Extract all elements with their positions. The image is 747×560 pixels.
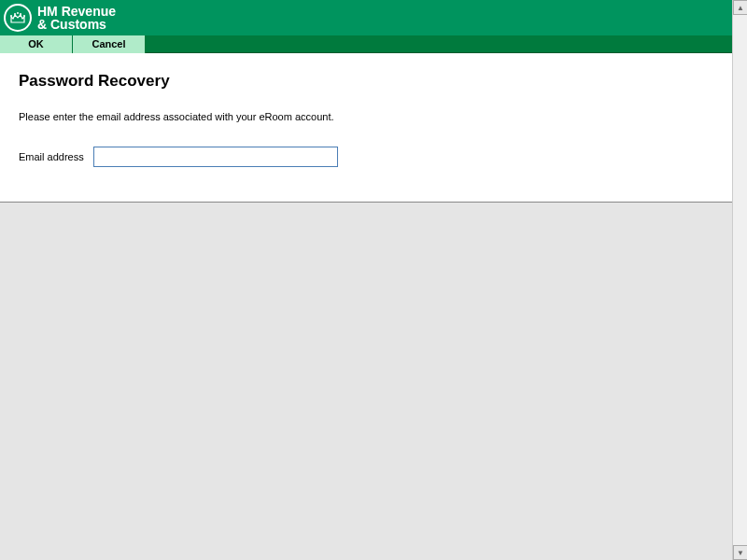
svg-point-0 <box>10 15 12 17</box>
content-panel: Password Recovery Please enter the email… <box>0 53 732 203</box>
email-label: Email address <box>19 151 84 162</box>
action-bar: OK Cancel <box>0 35 732 53</box>
ok-button[interactable]: OK <box>0 35 73 53</box>
svg-point-2 <box>17 12 19 14</box>
vertical-scrollbar[interactable]: ▲ ▼ <box>732 0 747 560</box>
header-banner: HM Revenue & Customs <box>0 0 732 35</box>
org-name-line1: HM Revenue <box>37 5 116 18</box>
email-form-row: Email address <box>19 147 713 167</box>
email-field[interactable] <box>93 147 338 167</box>
svg-point-3 <box>20 13 21 15</box>
scroll-down-icon[interactable]: ▼ <box>733 545 747 560</box>
svg-point-1 <box>14 13 16 15</box>
org-name-line2: & Customs <box>37 18 116 31</box>
org-name: HM Revenue & Customs <box>37 5 116 31</box>
org-logo: HM Revenue & Customs <box>4 4 116 32</box>
scroll-up-icon[interactable]: ▲ <box>733 0 747 15</box>
svg-point-4 <box>23 15 25 17</box>
cancel-button[interactable]: Cancel <box>73 35 146 53</box>
crown-icon <box>4 4 32 32</box>
instruction-text: Please enter the email address associate… <box>19 111 713 122</box>
page-title: Password Recovery <box>19 72 713 91</box>
